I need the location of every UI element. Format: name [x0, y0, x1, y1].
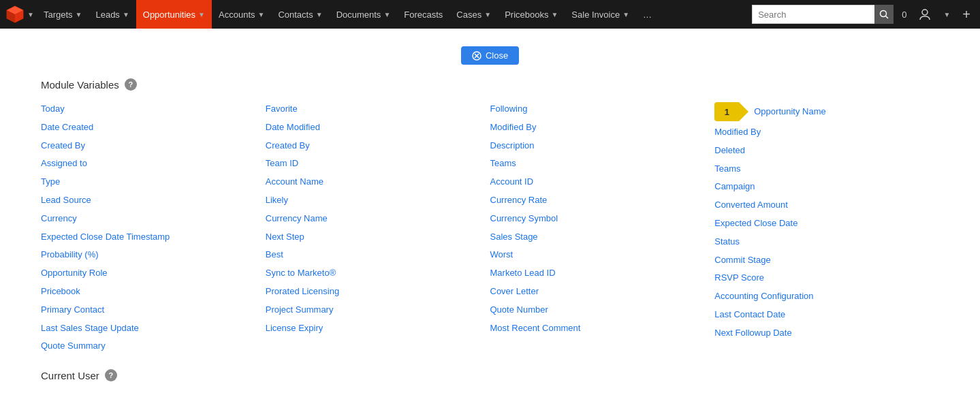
- close-button[interactable]: Close: [461, 46, 519, 65]
- variable-link[interactable]: Likely: [266, 191, 490, 210]
- variable-link[interactable]: Account ID: [490, 173, 715, 191]
- user-icon: [919, 8, 931, 20]
- variable-link[interactable]: Expected Close Date: [714, 215, 939, 233]
- user-icon-button[interactable]: [915, 0, 935, 29]
- svg-point-4: [881, 11, 887, 17]
- cube-icon: [5, 5, 25, 24]
- callout-row: 1Opportunity Name: [714, 100, 939, 123]
- variable-link[interactable]: Commit Stage: [714, 251, 939, 270]
- nav-item-cases[interactable]: Cases▼: [449, 0, 498, 29]
- module-variables-help[interactable]: ?: [125, 78, 137, 91]
- variable-link[interactable]: Best: [266, 246, 490, 264]
- variable-link[interactable]: Opportunity Name: [754, 103, 826, 121]
- variable-link[interactable]: License Expiry: [266, 319, 490, 338]
- main-content: Close Module Variables ? TodayDate Creat…: [0, 29, 980, 402]
- brand-logo[interactable]: ▼: [5, 5, 34, 24]
- nav-item-[interactable]: …: [636, 0, 659, 29]
- variable-link[interactable]: Team ID: [266, 155, 490, 173]
- variable-link[interactable]: Teams: [490, 155, 715, 173]
- variable-link[interactable]: Status: [714, 233, 939, 251]
- variable-link[interactable]: Next Followup Date: [714, 324, 939, 343]
- variable-link[interactable]: Account Name: [266, 173, 490, 191]
- variable-link[interactable]: Created By: [266, 137, 490, 155]
- variable-link[interactable]: Pricebook: [41, 283, 266, 301]
- nav-item-documents[interactable]: Documents▼: [330, 0, 398, 29]
- callout-badge: 1: [714, 102, 739, 121]
- search-icon: [879, 10, 889, 19]
- add-button[interactable]: +: [958, 0, 975, 29]
- nav-menu: Targets▼Leads▼Opportunities▼Accounts▼Con…: [37, 0, 752, 29]
- variable-link[interactable]: Next Step: [266, 228, 490, 247]
- svg-point-6: [922, 10, 928, 15]
- variable-link[interactable]: Currency Name: [266, 210, 490, 228]
- search-container: [752, 5, 894, 24]
- close-label: Close: [486, 50, 508, 61]
- current-user-title: Current User: [41, 370, 99, 381]
- nav-item-caret: ▼: [198, 11, 205, 18]
- nav-item-leads[interactable]: Leads▼: [89, 0, 136, 29]
- variable-link[interactable]: Probability (%): [41, 246, 266, 264]
- variable-link[interactable]: Worst: [490, 246, 715, 264]
- variable-link[interactable]: Currency: [41, 210, 266, 228]
- variable-link[interactable]: Accounting Configuration: [714, 287, 939, 306]
- variable-column-1: FavoriteDate ModifiedCreated ByTeam IDAc…: [266, 100, 490, 356]
- variable-link[interactable]: RSVP Score: [714, 269, 939, 287]
- nav-item-saleinvoice[interactable]: Sale Invoice▼: [565, 0, 636, 29]
- variable-link[interactable]: Quote Summary: [41, 337, 266, 356]
- close-btn-container: Close: [41, 46, 939, 65]
- variable-link[interactable]: Description: [490, 137, 715, 155]
- variable-link[interactable]: Modified By: [490, 119, 715, 137]
- variable-link[interactable]: Most Recent Comment: [490, 319, 715, 338]
- nav-item-accounts[interactable]: Accounts▼: [212, 0, 271, 29]
- variable-link[interactable]: Marketo Lead ID: [490, 264, 715, 283]
- nav-item-caret: ▼: [316, 11, 323, 18]
- nav-item-caret: ▼: [123, 11, 129, 18]
- nav-item-caret: ▼: [258, 11, 265, 18]
- variable-link[interactable]: Prorated Licensing: [266, 283, 490, 301]
- variable-link[interactable]: Cover Letter: [490, 283, 715, 301]
- variable-link[interactable]: Type: [41, 173, 266, 191]
- variable-link[interactable]: Campaign: [714, 178, 939, 196]
- nav-item-forecasts[interactable]: Forecasts: [397, 0, 449, 29]
- variable-link[interactable]: Following: [490, 100, 715, 119]
- nav-item-caret: ▼: [383, 11, 390, 18]
- nav-item-contacts[interactable]: Contacts▼: [271, 0, 329, 29]
- variable-link[interactable]: Expected Close Date Timestamp: [41, 228, 266, 247]
- brand-dropdown-icon[interactable]: ▼: [27, 11, 34, 18]
- variable-link[interactable]: Currency Symbol: [490, 210, 715, 228]
- variable-link[interactable]: Date Modified: [266, 119, 490, 137]
- module-variables-header: Module Variables ?: [41, 78, 939, 91]
- variable-link[interactable]: Currency Rate: [490, 191, 715, 210]
- variable-link[interactable]: Sync to Marketo®: [266, 264, 490, 283]
- variable-link[interactable]: Sales Stage: [490, 228, 715, 247]
- search-input[interactable]: [752, 5, 874, 24]
- variable-link[interactable]: Last Sales Stage Update: [41, 319, 266, 338]
- nav-item-targets[interactable]: Targets▼: [37, 0, 89, 29]
- variable-column-3: 1Opportunity NameModified ByDeletedTeams…: [714, 100, 939, 356]
- variable-link[interactable]: Teams: [714, 160, 939, 178]
- variable-link[interactable]: Converted Amount: [714, 196, 939, 215]
- notification-button[interactable]: 0: [898, 0, 911, 29]
- variable-column-2: FollowingModified ByDescriptionTeamsAcco…: [490, 100, 715, 356]
- close-icon: [472, 51, 481, 61]
- variable-link[interactable]: Lead Source: [41, 191, 266, 210]
- variable-link[interactable]: Modified By: [714, 123, 939, 142]
- variable-link[interactable]: Assigned to: [41, 155, 266, 173]
- variable-link[interactable]: Favorite: [266, 100, 490, 119]
- variable-link[interactable]: Project Summary: [266, 301, 490, 319]
- nav-item-caret: ▼: [551, 11, 558, 18]
- variable-link[interactable]: Deleted: [714, 142, 939, 160]
- nav-item-opportunities[interactable]: Opportunities▼: [136, 0, 212, 29]
- variable-link[interactable]: Created By: [41, 137, 266, 155]
- user-dropdown-icon-button[interactable]: ▼: [939, 0, 954, 29]
- nav-item-pricebooks[interactable]: Pricebooks▼: [498, 0, 565, 29]
- search-button[interactable]: [874, 5, 894, 24]
- variable-link[interactable]: Last Contact Date: [714, 306, 939, 324]
- variable-link[interactable]: Today: [41, 100, 266, 119]
- variable-link[interactable]: Date Created: [41, 119, 266, 137]
- variable-link[interactable]: Primary Contact: [41, 301, 266, 319]
- nav-item-caret: ▼: [622, 11, 629, 18]
- variable-link[interactable]: Quote Number: [490, 301, 715, 319]
- current-user-help[interactable]: ?: [105, 369, 117, 381]
- variable-link[interactable]: Opportunity Role: [41, 264, 266, 283]
